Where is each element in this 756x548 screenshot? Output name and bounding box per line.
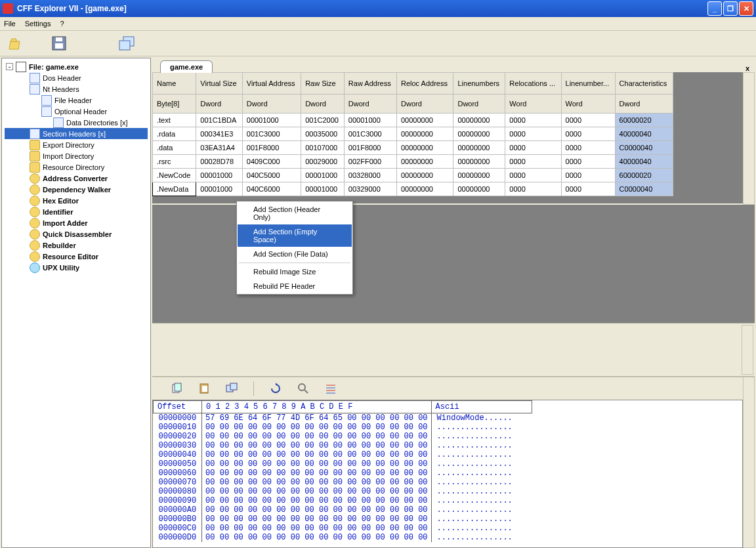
hex-row[interactable]: 000000B000 00 00 00 00 00 00 00 00 00 00…	[154, 515, 532, 524]
column-header[interactable]: Virtual Size	[196, 73, 242, 95]
menu-settings[interactable]: Settings	[25, 20, 51, 28]
table-cell[interactable]: 0000	[505, 155, 561, 169]
table-row[interactable]: .text001C1BDA00001000001C200000001000000…	[153, 114, 673, 127]
hex-bytes[interactable]: 57 69 6E 64 6F 77 4D 6F 64 65 00 00 00 0…	[202, 413, 431, 423]
column-header[interactable]: Virtual Address	[242, 73, 301, 95]
scrollbar[interactable]	[743, 377, 755, 548]
table-cell[interactable]: 00001000	[242, 114, 301, 127]
table-cell[interactable]: 0000	[505, 169, 561, 182]
table-cell[interactable]: .NewCode	[153, 169, 196, 182]
table-cell[interactable]: 001C1BDA	[196, 114, 242, 127]
tree-item[interactable]: Identifier	[5, 206, 148, 217]
hex-ascii[interactable]: ................	[431, 505, 532, 515]
table-row[interactable]: .rsrc00028D780409C00000029000002FF000000…	[153, 155, 673, 169]
context-menu-item[interactable]: Add Section (Empty Space)	[238, 224, 352, 247]
table-cell[interactable]: 00035000	[301, 127, 345, 141]
table-cell[interactable]: 00000000	[453, 169, 505, 182]
hex-row[interactable]: 0000001000 00 00 00 00 00 00 00 00 00 00…	[154, 423, 532, 432]
hex-ascii[interactable]: ................	[431, 478, 532, 487]
hex-bytes[interactable]: 00 00 00 00 00 00 00 00 00 00 00 00 00 0…	[202, 524, 431, 533]
table-cell[interactable]: 03EA31A4	[196, 141, 242, 155]
hex-ascii[interactable]: ................	[431, 459, 532, 469]
table-cell[interactable]: 040C5000	[242, 169, 301, 182]
table-cell[interactable]: 001F8000	[242, 141, 301, 155]
tree-pane[interactable]: - File: game.exe Dos HeaderNt HeadersFil…	[1, 58, 151, 548]
table-cell[interactable]: 001C3000	[242, 127, 301, 141]
table-cell[interactable]: 00000000	[397, 155, 453, 169]
hex-ascii[interactable]: ................	[431, 524, 532, 533]
table-cell[interactable]: 00001000	[301, 182, 345, 196]
windows-icon[interactable]	[118, 34, 136, 53]
table-cell[interactable]: 00328000	[344, 169, 396, 182]
hex-ascii[interactable]: ................	[431, 423, 532, 432]
hex-ascii[interactable]: ................	[431, 469, 532, 478]
column-header[interactable]: Linenumber...	[561, 73, 615, 95]
table-row[interactable]: .NewCode00001000040C50000000100000328000…	[153, 169, 673, 182]
table-cell[interactable]: 0409C000	[242, 155, 301, 169]
hex-row[interactable]: 0000008000 00 00 00 00 00 00 00 00 00 00…	[154, 487, 532, 496]
hex-ascii[interactable]: ................	[431, 515, 532, 524]
table-cell[interactable]: 00000000	[453, 114, 505, 127]
table-cell[interactable]: 00001000	[301, 169, 345, 182]
hex-bytes[interactable]: 00 00 00 00 00 00 00 00 00 00 00 00 00 0…	[202, 450, 431, 459]
tree-item[interactable]: Address Converter	[5, 173, 148, 184]
paste-icon[interactable]	[198, 383, 210, 394]
hex-bytes[interactable]: 00 00 00 00 00 00 00 00 00 00 00 00 00 0…	[202, 441, 431, 450]
table-cell[interactable]: 00001000	[196, 182, 242, 196]
table-cell[interactable]: 00000000	[397, 114, 453, 127]
tree-item[interactable]: Section Headers [x]	[5, 128, 148, 139]
column-header[interactable]: Characteristics	[615, 73, 673, 95]
list-icon[interactable]	[325, 383, 337, 394]
hex-row[interactable]: 0000004000 00 00 00 00 00 00 00 00 00 00…	[154, 450, 532, 459]
context-menu-item[interactable]: Rebuild Image Size	[238, 264, 352, 279]
table-cell[interactable]: 40000040	[615, 127, 673, 141]
table-cell[interactable]: 00000000	[397, 127, 453, 141]
table-cell[interactable]: .text	[153, 114, 196, 127]
hex-bytes[interactable]: 00 00 00 00 00 00 00 00 00 00 00 00 00 0…	[202, 533, 431, 542]
hex-ascii[interactable]: ................	[431, 496, 532, 505]
table-cell[interactable]: 0000	[561, 182, 615, 196]
table-cell[interactable]: 000341E3	[196, 127, 242, 141]
hex-bytes[interactable]: 00 00 00 00 00 00 00 00 00 00 00 00 00 0…	[202, 478, 431, 487]
hex-bytes[interactable]: 00 00 00 00 00 00 00 00 00 00 00 00 00 0…	[202, 423, 431, 432]
search-icon[interactable]	[297, 383, 309, 394]
hex-ascii[interactable]: ................	[431, 533, 532, 542]
table-cell[interactable]: 040C6000	[242, 182, 301, 196]
hex-bytes[interactable]: 00 00 00 00 00 00 00 00 00 00 00 00 00 0…	[202, 496, 431, 505]
context-menu[interactable]: Add Section (Header Only)Add Section (Em…	[236, 201, 353, 295]
tree-item[interactable]: Rebuilder	[5, 240, 148, 251]
table-cell[interactable]: 002FF000	[344, 155, 396, 169]
table-cell[interactable]: 00000000	[397, 182, 453, 196]
table-cell[interactable]: 0000	[505, 141, 561, 155]
maximize-button[interactable]: ❐	[723, 1, 738, 16]
minimize-button[interactable]: _	[707, 1, 722, 16]
table-cell[interactable]: C0000040	[615, 182, 673, 196]
table-cell[interactable]: 0000	[561, 127, 615, 141]
tree-item[interactable]: UPX Utility	[5, 262, 148, 273]
scrollbar[interactable]	[742, 325, 753, 375]
menu-file[interactable]: File	[4, 20, 16, 28]
hex-bytes[interactable]: 00 00 00 00 00 00 00 00 00 00 00 00 00 0…	[202, 432, 431, 441]
tree-item[interactable]: Import Directory	[5, 150, 148, 161]
column-header[interactable]: Raw Size	[301, 73, 345, 95]
tree-item[interactable]: Import Adder	[5, 217, 148, 228]
tree-item[interactable]: Quick Disassembler	[5, 228, 148, 240]
column-header[interactable]: Raw Address	[344, 73, 396, 95]
tree-item[interactable]: Dependency Walker	[5, 184, 148, 195]
context-menu-item[interactable]: Add Section (Header Only)	[238, 202, 352, 224]
table-row[interactable]: .data03EA31A4001F800000107000001F8000000…	[153, 141, 673, 155]
hex-ascii[interactable]: ................	[431, 432, 532, 441]
table-cell[interactable]: 0000	[561, 169, 615, 182]
tab-close-icon[interactable]: x	[746, 64, 749, 72]
section-headers-table[interactable]: NameVirtual SizeVirtual AddressRaw SizeR…	[152, 72, 673, 196]
table-cell[interactable]: 00001000	[344, 114, 396, 127]
column-header[interactable]: Relocations ...	[505, 73, 561, 95]
hex-row[interactable]: 0000002000 00 00 00 00 00 00 00 00 00 00…	[154, 432, 532, 441]
hex-row[interactable]: 000000D000 00 00 00 00 00 00 00 00 00 00…	[154, 533, 532, 542]
refresh-icon[interactable]	[270, 383, 282, 394]
hex-view[interactable]: Offset 0 1 2 3 4 5 6 7 8 9 A B C D E FAs…	[152, 400, 743, 548]
table-cell[interactable]: 60000020	[615, 169, 673, 182]
context-menu-item[interactable]: Add Section (File Data)	[238, 247, 352, 261]
column-header[interactable]: Linenumbers	[453, 73, 505, 95]
table-cell[interactable]: 0000	[561, 114, 615, 127]
